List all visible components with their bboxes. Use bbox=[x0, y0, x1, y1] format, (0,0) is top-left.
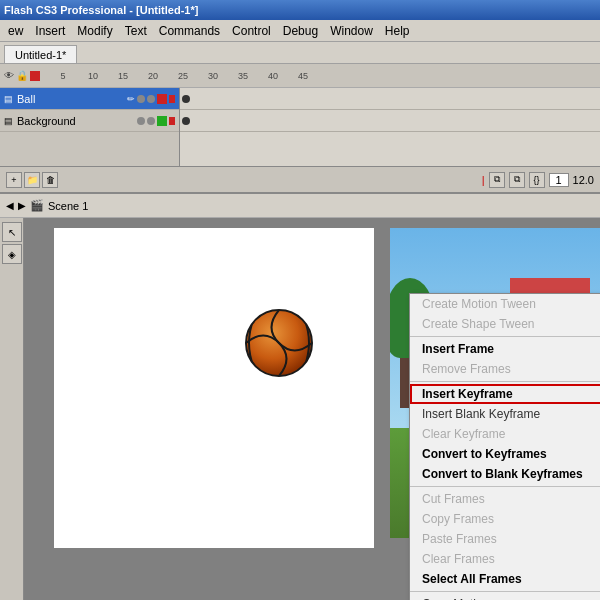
ruler-5: 5 bbox=[48, 71, 78, 81]
bg-playhead-marker bbox=[169, 117, 175, 125]
frame-number: 1 bbox=[549, 173, 569, 187]
delete-layer-btn[interactable]: 🗑 bbox=[42, 172, 58, 188]
keyframe-dot-ball bbox=[182, 95, 190, 103]
copy-frames-btn[interactable]: ⧉ bbox=[489, 172, 505, 188]
scene-forward-icon: ▶ bbox=[18, 200, 26, 211]
ctx-remove-frames[interactable]: Remove Frames bbox=[410, 359, 600, 379]
ctx-sep-2 bbox=[410, 381, 600, 382]
ball-frames-row bbox=[180, 88, 600, 110]
menu-item-debug[interactable]: Debug bbox=[277, 22, 324, 40]
ctx-sep-3 bbox=[410, 486, 600, 487]
menu-bar: ew Insert Modify Text Commands Control D… bbox=[0, 20, 600, 42]
layer-background-name: Background bbox=[17, 115, 133, 127]
scene-label: Scene 1 bbox=[48, 200, 88, 212]
ruler-45: 45 bbox=[288, 71, 318, 81]
tools-panel: ↖ ◈ bbox=[0, 218, 24, 600]
eye-icon: 👁 bbox=[4, 70, 14, 81]
scene-nav-icon: ◀ bbox=[6, 200, 14, 211]
ruler-35: 35 bbox=[228, 71, 258, 81]
ruler: 5 10 15 20 25 30 35 40 45 bbox=[48, 71, 318, 81]
lock-dot bbox=[147, 95, 155, 103]
ctx-insert-keyframe[interactable]: Insert Keyframe bbox=[410, 384, 600, 404]
bg-frames-row bbox=[180, 110, 600, 132]
frames-panel[interactable] bbox=[180, 88, 600, 166]
keyframe-dot-bg bbox=[182, 117, 190, 125]
menu-item-control[interactable]: Control bbox=[226, 22, 277, 40]
add-layer-btn[interactable]: + bbox=[6, 172, 22, 188]
canvas-area: Create Motion Tween Create Shape Tween I… bbox=[24, 218, 600, 600]
ctx-sep-1 bbox=[410, 336, 600, 337]
ctx-create-motion-tween[interactable]: Create Motion Tween bbox=[410, 294, 600, 314]
lock-icon: 🔒 bbox=[16, 70, 28, 81]
menu-item-modify[interactable]: Modify bbox=[71, 22, 118, 40]
bg-dot2 bbox=[147, 117, 155, 125]
ctx-copy-frames[interactable]: Copy Frames bbox=[410, 509, 600, 529]
ctx-clear-keyframe[interactable]: Clear Keyframe bbox=[410, 424, 600, 444]
layer-bg-controls bbox=[137, 116, 175, 126]
menu-item-help[interactable]: Help bbox=[379, 22, 416, 40]
ctx-insert-blank-keyframe[interactable]: Insert Blank Keyframe bbox=[410, 404, 600, 424]
layer-ball-controls: ✏ bbox=[127, 94, 175, 104]
scene-icon: 🎬 bbox=[30, 199, 44, 212]
layer-ball-icon: ▤ bbox=[4, 94, 13, 104]
paste-frames-btn[interactable]: ⧉ bbox=[509, 172, 525, 188]
title-bar: Flash CS3 Professional - [Untitled-1*] bbox=[0, 0, 600, 20]
timeline-area: 👁 🔒 5 10 15 20 25 30 35 40 45 ▤ bbox=[0, 64, 600, 194]
tab-bar: Untitled-1* bbox=[0, 42, 600, 64]
color-box-icon bbox=[30, 71, 40, 81]
ctx-paste-frames[interactable]: Paste Frames bbox=[410, 529, 600, 549]
ctx-copy-motion[interactable]: Copy Motion bbox=[410, 594, 600, 600]
ruler-40: 40 bbox=[258, 71, 288, 81]
title-text: Flash CS3 Professional - [Untitled-1*] bbox=[4, 4, 198, 16]
layer-bg-icon: ▤ bbox=[4, 116, 13, 126]
playback-controls: | ⧉ ⧉ {} 1 12.0 bbox=[482, 172, 594, 188]
menu-item-window[interactable]: Window bbox=[324, 22, 379, 40]
tab-untitled1[interactable]: Untitled-1* bbox=[4, 45, 77, 63]
ctx-insert-frame[interactable]: Insert Frame bbox=[410, 339, 600, 359]
menu-item-text[interactable]: Text bbox=[119, 22, 153, 40]
visibility-dot bbox=[137, 95, 145, 103]
menu-item-insert[interactable]: Insert bbox=[29, 22, 71, 40]
ruler-20: 20 bbox=[138, 71, 168, 81]
ctx-convert-to-blank-keyframes[interactable]: Convert to Blank Keyframes bbox=[410, 464, 600, 484]
stage-canvas[interactable] bbox=[54, 228, 374, 548]
timeline-toolbar: 👁 🔒 5 10 15 20 25 30 35 40 45 bbox=[0, 64, 600, 88]
loop-btn[interactable]: {} bbox=[529, 172, 545, 188]
ruler-10: 10 bbox=[78, 71, 108, 81]
ball-color-box bbox=[157, 94, 167, 104]
timeline-bottom: + 📁 🗑 | ⧉ ⧉ {} 1 12.0 bbox=[0, 166, 600, 192]
bg-color-box bbox=[157, 116, 167, 126]
ctx-convert-to-keyframes[interactable]: Convert to Keyframes bbox=[410, 444, 600, 464]
ctx-create-shape-tween[interactable]: Create Shape Tween bbox=[410, 314, 600, 334]
ctx-select-all-frames[interactable]: Select All Frames bbox=[410, 569, 600, 589]
layers-and-frames: ▤ Ball ✏ ▤ Background bbox=[0, 88, 600, 166]
context-menu[interactable]: Create Motion Tween Create Shape Tween I… bbox=[409, 293, 600, 600]
bg-dot1 bbox=[137, 117, 145, 125]
transform-tool[interactable]: ◈ bbox=[2, 244, 22, 264]
pencil-icon: ✏ bbox=[127, 94, 135, 104]
select-tool[interactable]: ↖ bbox=[2, 222, 22, 242]
fps-display: 12.0 bbox=[573, 174, 594, 186]
menu-item-commands[interactable]: Commands bbox=[153, 22, 226, 40]
menu-item-ew[interactable]: ew bbox=[2, 22, 29, 40]
ruler-25: 25 bbox=[168, 71, 198, 81]
ruler-30: 30 bbox=[198, 71, 228, 81]
layer-background[interactable]: ▤ Background bbox=[0, 110, 179, 132]
layer-ball[interactable]: ▤ Ball ✏ bbox=[0, 88, 179, 110]
ctx-clear-frames[interactable]: Clear Frames bbox=[410, 549, 600, 569]
tab-label: Untitled-1* bbox=[15, 49, 66, 61]
ctx-cut-frames[interactable]: Cut Frames bbox=[410, 489, 600, 509]
ruler-15: 15 bbox=[108, 71, 138, 81]
main-area: ↖ ◈ bbox=[0, 218, 600, 600]
layers-panel: ▤ Ball ✏ ▤ Background bbox=[0, 88, 180, 166]
scene-bar: ◀ ▶ 🎬 Scene 1 bbox=[0, 194, 600, 218]
add-folder-btn[interactable]: 📁 bbox=[24, 172, 40, 188]
layer-ball-name: Ball bbox=[17, 93, 123, 105]
ctx-sep-4 bbox=[410, 591, 600, 592]
basketball bbox=[244, 308, 314, 378]
playhead-indicator: | bbox=[482, 174, 485, 186]
playhead-marker bbox=[169, 95, 175, 103]
layer-controls-bottom: + 📁 🗑 bbox=[6, 172, 58, 188]
